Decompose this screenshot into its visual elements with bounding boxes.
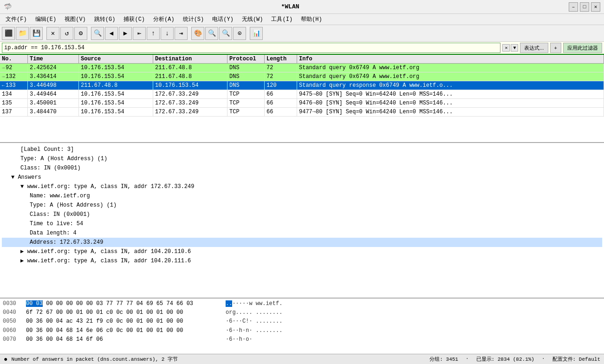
length-cell: 72 [265,72,297,81]
close-button[interactable]: ✕ [591,2,600,12]
toolbar: ⬛ 📁 💾 ✕ ↺ ⚙ 🔍 ◀ ▶ ⇤ ↑ ↓ ⇥ 🎨 🔍 🔍 ⊙ 📊 [0,25,604,42]
go-first-button[interactable]: ⇤ [133,27,146,40]
destination-cell: 172.67.33.249 [153,108,227,116]
statusbar-message: Number of answers in packet (dns.count.a… [11,356,426,363]
hex-offset: 0030 [1,299,24,308]
destination-cell: 211.67.48.8 [153,64,227,72]
filter-dropdown-button[interactable]: ▼ [511,44,518,52]
hex-offset: 0040 [1,308,24,317]
menu-item[interactable]: 视图(V) [61,14,90,24]
detail-line: Name: www.ietf.org [2,191,602,201]
protocol-cell: TCP [227,108,265,116]
hex-bytes: 00 36 00 04 ac 43 21 f9 c0 0c 00 01 00 0… [24,317,224,326]
time-cell: 3.484470 [28,108,79,116]
col-header-destination: Destination [153,55,227,63]
table-row[interactable]: 1353.45000110.176.153.54172.67.33.249TCP… [0,99,604,108]
close-button2[interactable]: ✕ [46,27,59,40]
col-header-source: Source [79,55,153,63]
hex-row: 00406f 72 67 00 00 01 00 01 c0 0c 00 01 … [1,308,603,317]
capture-options-button[interactable]: ⚙ [74,27,87,40]
hex-ascii: ·6··h·o· [224,335,254,344]
find-button[interactable]: 🔍 [91,27,104,40]
detail-line[interactable]: ▼ www.ietf.org: type A, class IN, addr 1… [2,182,602,191]
maximize-button[interactable]: □ [580,2,589,12]
detail-line: Time to live: 54 [2,219,602,228]
time-cell: 3.449464 [28,90,79,98]
detail-line[interactable]: ▶ www.ietf.org: type A, class IN, addr 1… [2,256,602,266]
expr-button[interactable]: 表达式... [520,43,548,53]
config-stat: 配置文件: Default [552,356,600,363]
apply-filter-button[interactable]: 应用此过滤器 [563,43,602,53]
statusbar: ● Number of answers in packet (dns.count… [0,354,604,364]
filter-clear-button[interactable]: ✕ [502,44,510,52]
source-cell: 10.176.153.54 [79,90,153,98]
forward-button[interactable]: ▶ [119,27,132,40]
packet-list: No. Time Source Destination Protocol Len… [0,55,604,143]
hex-bytes: 6f 72 67 00 00 01 00 01 c0 0c 00 01 00 0… [24,308,224,317]
source-cell: 10.176.153.54 [79,99,153,107]
detail-line: [Label Count: 3] [2,145,602,154]
table-row[interactable]: →922.42562410.176.153.54211.67.48.8DNS72… [0,64,604,72]
time-cell: 3.436414 [28,72,79,81]
back-button[interactable]: ◀ [105,27,118,40]
go-next-button[interactable]: ↓ [161,27,174,40]
menu-item[interactable]: 编辑(E) [32,14,60,24]
menu-item[interactable]: 工具(I) [267,14,296,24]
zoom-out-button[interactable]: 🔍 [219,27,232,40]
table-row[interactable]: 1343.44946410.176.153.54172.67.33.249TCP… [0,90,604,99]
hex-offset: 0070 [1,335,24,344]
status-icon: ● [4,356,7,363]
plus-button[interactable]: + [550,43,561,53]
detail-line[interactable]: ▼ Answers [2,173,602,182]
menu-item[interactable]: 文件(F) [2,14,31,24]
info-cell: Standard query 0x6749 A www.ietf.org [297,72,604,81]
source-cell: 10.176.153.54 [79,72,153,81]
go-prev-button[interactable]: ↑ [147,27,160,40]
save-button[interactable]: 💾 [30,27,43,40]
protocol-cell: DNS [227,64,265,72]
col-header-info: Info [297,55,604,63]
table-row[interactable]: →1323.43641410.176.153.54211.67.48.8DNS7… [0,72,604,81]
menu-item[interactable]: 电话(Y) [208,14,237,24]
col-header-no: No. [0,55,28,63]
menu-item[interactable]: 跳转(G) [91,14,119,24]
hex-bytes: 00 36 00 04 68 14 6e 06 c0 0c 00 01 00 0… [24,326,224,335]
colorize-button[interactable]: 🎨 [191,27,204,40]
detail-line: Class: IN (0x0001) [2,210,602,219]
time-ref-button[interactable]: 📊 [250,27,263,40]
menu-item[interactable]: 分析(A) [149,14,178,24]
source-cell: 10.176.153.54 [79,108,153,116]
filter-input[interactable] [2,43,500,53]
menu-item[interactable]: 帮助(H) [297,14,326,24]
menu-item[interactable]: 捕获(C) [120,14,149,24]
hex-ascii: ..·····w ww.ietf. [224,299,284,308]
protocol-cell: DNS [227,72,265,81]
detail-line: Type: A (Host Address) (1) [2,154,602,163]
menubar: 文件(F)编辑(E)视图(V)跳转(G)捕获(C)分析(A)统计(S)电话(Y)… [0,14,604,25]
destination-cell: 172.67.33.249 [153,99,227,107]
new-capture-button[interactable]: ⬛ [2,27,15,40]
menu-item[interactable]: 统计(S) [179,14,208,24]
filterbar: ✕ ▼ 表达式... + 应用此过滤器 [0,42,604,55]
go-last-button[interactable]: ⇥ [175,27,188,40]
packet-no-cell: 137 [0,108,28,116]
zoom-in-button[interactable]: 🔍 [205,27,218,40]
info-cell: 9475→80 [SYN] Seq=0 Win=64240 Len=0 MSS=… [297,90,604,98]
titlebar: 🦈 *WLAN – □ ✕ [0,0,604,14]
app-icon: 🦈 [4,3,12,11]
zoom-normal-button[interactable]: ⊙ [233,27,246,40]
open-button[interactable]: 📁 [16,27,29,40]
reload-button[interactable]: ↺ [60,27,73,40]
menu-item[interactable]: 无线(W) [238,14,267,24]
table-row[interactable]: 1373.48447010.176.153.54172.67.33.249TCP… [0,108,604,117]
packet-no-cell: →92 [0,64,28,72]
detail-line[interactable]: ▶ www.ietf.org: type A, class IN, addr 1… [2,247,602,256]
hex-offset: 0060 [1,326,24,335]
table-row[interactable]: ←1333.446498211.67.48.810.176.153.54DNS1… [0,81,604,90]
hex-offset: 0050 [1,317,24,326]
detail-line: Data length: 4 [2,228,602,238]
detail-line: Class: IN (0x0001) [2,163,602,173]
minimize-button[interactable]: – [569,2,578,12]
detail-line: Type: A (Host Address) (1) [2,201,602,210]
packet-list-header: No. Time Source Destination Protocol Len… [0,55,604,64]
